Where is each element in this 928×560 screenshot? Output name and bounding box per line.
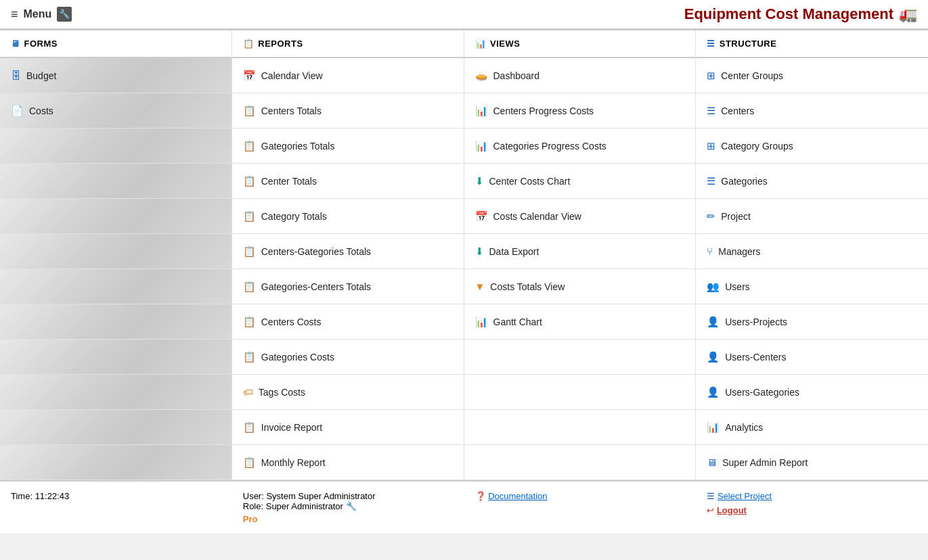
menu-icon: 📊: [707, 421, 720, 434]
app-title: Equipment Cost Management 🚛: [684, 5, 917, 23]
menu-item-label: Data Export: [489, 246, 539, 257]
menu-cell-empty-forms-6: [0, 269, 232, 304]
menu-item-structure-10[interactable]: 📊Analytics: [696, 410, 928, 445]
menu-item-structure-11[interactable]: 🖥Super Admin Report: [696, 445, 928, 480]
menu-item-structure-3[interactable]: ☰Gategories: [696, 164, 928, 199]
menu-item-label: Budget: [26, 70, 56, 81]
menu-item-views-1[interactable]: 📊Centers Progress Costs: [464, 93, 697, 129]
menu-item-label: Users-Gategories: [725, 387, 799, 398]
menu-item-label: Users-Centers: [725, 352, 786, 363]
menu-item-reports-11[interactable]: 📋Monthly Report: [232, 445, 464, 480]
menu-item-label: Analytics: [725, 422, 763, 433]
menu-item-reports-1[interactable]: 📋Centers Totals: [232, 93, 464, 129]
footer-role: Role: Super Administrator 🔧: [243, 501, 454, 511]
menu-item-structure-7[interactable]: 👤Users-Projects: [696, 304, 928, 340]
menu-item-views-3[interactable]: ⬇Center Costs Chart: [464, 164, 697, 199]
menu-item-views-6[interactable]: ▼Costs Totals View: [464, 269, 697, 304]
menu-item-reports-10[interactable]: 📋Invoice Report: [232, 410, 464, 445]
menu-icon: 📋: [243, 281, 256, 293]
menu-item-views-0[interactable]: 🥧Dashboard: [464, 58, 697, 93]
menu-cell-empty-forms-3: [0, 164, 232, 199]
menu-item-label: Center Costs Chart: [489, 176, 571, 187]
menu-item-structure-9[interactable]: 👤Users-Gategories: [696, 375, 928, 410]
menu-item-label: Project: [721, 211, 751, 222]
app-title-text: Equipment Cost Management: [684, 5, 893, 23]
menu-icon: ☰: [707, 175, 715, 187]
documentation-link[interactable]: Documentation: [488, 491, 547, 501]
menu-label: Menu: [24, 8, 52, 20]
menu-icon: 📅: [243, 70, 256, 82]
menu-item-views-2[interactable]: 📊Categories Progress Costs: [464, 129, 697, 164]
menu-item-reports-9[interactable]: 🏷Tags Costs: [232, 375, 464, 410]
menu-item-label: Category Groups: [721, 141, 793, 151]
menu-item-reports-0[interactable]: 📅Calendar View: [232, 58, 464, 93]
logout-icon: ↩: [707, 505, 714, 515]
col-header-forms: 🖥 FORMS: [0, 30, 232, 58]
menu-icon: ⊞: [707, 70, 715, 82]
menu-item-label: Managers: [718, 246, 760, 257]
menu-cell-empty-views-11: [464, 445, 697, 480]
menu-item-structure-0[interactable]: ⊞Center Groups: [696, 58, 928, 93]
menu-cell-empty-forms-10: [0, 410, 232, 445]
menu-item-label: Center Groups: [721, 70, 783, 81]
menu-item-structure-4[interactable]: ✏Project: [696, 199, 928, 234]
menu-item-views-7[interactable]: 📊Gantt Chart: [464, 304, 697, 340]
menu-item-forms-0[interactable]: 🗄Budget: [0, 58, 232, 93]
col-header-reports: 📋 REPORTS: [232, 30, 464, 58]
menu-icon: ⬇: [475, 246, 484, 258]
menu-item-label: Centers: [721, 106, 754, 116]
menu-item-reports-4[interactable]: 📋Category Totals: [232, 199, 464, 234]
menu-cell-empty-forms-8: [0, 340, 232, 375]
menu-item-structure-1[interactable]: ☰Centers: [696, 93, 928, 129]
menu-item-label: Costs Calendar View: [493, 211, 581, 222]
menu-item-label: Users-Projects: [725, 317, 787, 327]
menu-cell-empty-views-8: [464, 340, 697, 375]
menu-cell-empty-forms-5: [0, 234, 232, 269]
menu-item-label: Gategories: [721, 176, 767, 187]
menu-icon: 👥: [707, 281, 720, 293]
question-icon: ❓: [475, 491, 486, 501]
structure-label: STRUCTURE: [720, 39, 777, 49]
menu-item-forms-1[interactable]: 📄Costs: [0, 93, 232, 129]
menu-icon: 📋: [243, 457, 256, 469]
menu-icon: 📋: [243, 140, 256, 152]
menu-item-views-5[interactable]: ⬇Data Export: [464, 234, 697, 269]
menu-item-reports-2[interactable]: 📋Gategories Totals: [232, 129, 464, 164]
menu-item-structure-6[interactable]: 👥Users: [696, 269, 928, 304]
menu-item-label: Users: [725, 281, 750, 292]
hamburger-icon: ≡: [11, 7, 18, 22]
menu-item-label: Categories Progress Costs: [493, 141, 606, 151]
menu-icon: 📋: [243, 175, 256, 187]
footer: Time: 11:22:43 User: System Super Admini…: [0, 480, 928, 534]
menu-item-label: Costs: [29, 106, 53, 116]
menu-item-reports-3[interactable]: 📋Center Totals: [232, 164, 464, 199]
menu-icon: ✏: [707, 210, 715, 223]
menu-icon: 📋: [243, 246, 256, 258]
menu-cell-empty-forms-7: [0, 304, 232, 340]
menu-item-label: Invoice Report: [261, 422, 322, 433]
menu-cell-empty-forms-4: [0, 199, 232, 234]
truck-icon: 🚛: [899, 5, 917, 23]
menu-button[interactable]: ≡ Menu 🔧: [11, 7, 72, 22]
menu-item-structure-8[interactable]: 👤Users-Centers: [696, 340, 928, 375]
menu-icon: ⊞: [707, 140, 715, 152]
menu-item-label: Category Totals: [261, 211, 327, 222]
footer-docs[interactable]: ❓ Documentation: [464, 488, 697, 504]
menu-icon: 👤: [707, 386, 720, 398]
menu-item-views-4[interactable]: 📅Costs Calendar View: [464, 199, 697, 234]
select-project-link[interactable]: Select Project: [717, 491, 772, 501]
menu-item-reports-6[interactable]: 📋Gategories-Centers Totals: [232, 269, 464, 304]
menu-item-label: Super Admin Report: [722, 457, 808, 468]
logout-link[interactable]: Logout: [717, 505, 747, 515]
menu-item-reports-5[interactable]: 📋Centers-Gategories Totals: [232, 234, 464, 269]
menu-item-reports-7[interactable]: 📋Centers Costs: [232, 304, 464, 340]
menu-icon: ☰: [707, 105, 715, 117]
menu-item-reports-8[interactable]: 📋Gategories Costs: [232, 340, 464, 375]
menu-icon: 👤: [707, 316, 720, 328]
col-header-views: 📊 VIEWS: [464, 30, 697, 58]
menu-item-structure-2[interactable]: ⊞Category Groups: [696, 129, 928, 164]
forms-icon: 🖥: [11, 39, 20, 49]
menu-item-label: Gantt Chart: [493, 317, 542, 327]
menu-icon: ▼: [475, 281, 485, 292]
menu-item-structure-5[interactable]: ⑂Managers: [696, 234, 928, 269]
